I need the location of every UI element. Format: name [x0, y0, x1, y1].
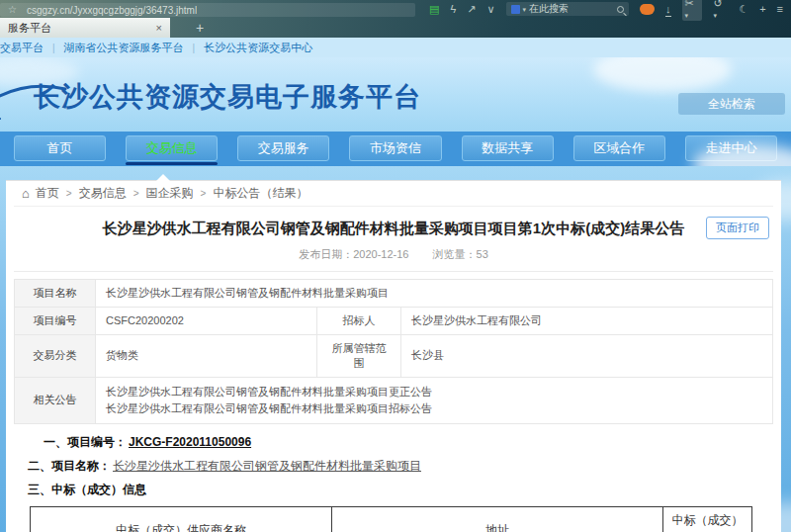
top-link-changsha-center[interactable]: 长沙公共资源交易中心 — [204, 41, 312, 55]
breadcrumb-separator: > — [133, 188, 139, 199]
breadcrumb-separator: > — [201, 188, 207, 199]
breadcrumb-home[interactable]: 首页 — [36, 185, 59, 202]
table-row: 相关公告 长沙星沙供水工程有限公司钢管及钢配件材料批量采购项目更正公告 长沙星沙… — [15, 377, 773, 423]
tenderee-label: 招标人 — [317, 307, 401, 334]
reading-mode-icon[interactable]: ▤ — [429, 4, 439, 15]
url-row: ☆ csggzy.cn/Jyxxgqcgzbggjg/36473.jhtml ▤… — [0, 0, 791, 18]
address-column-header: 地址 — [332, 506, 663, 532]
project-no-label: 项目编号 — [15, 307, 96, 334]
section-label: 一、项目编号： — [44, 435, 127, 449]
nav-tab-label: 交易信息 — [146, 139, 198, 157]
nav-pointer-triangle — [156, 174, 170, 181]
related-announcement-link[interactable]: 长沙星沙供水工程有限公司钢管及钢配件材料批量采购项目更正公告 — [106, 384, 762, 400]
site-title: 长沙公共资源交易电子服务平台 — [34, 79, 421, 115]
chevron-down-icon[interactable]: ∨ — [486, 4, 494, 15]
table-row: 交易分类 货物类 所属管辖范围 长沙县 — [15, 334, 773, 377]
engine-dropdown-icon[interactable]: ▾ — [523, 6, 527, 13]
nav-tab-home[interactable]: 首页 — [14, 135, 106, 161]
menu-icon[interactable]: ≡ — [777, 4, 783, 15]
breadcrumb-separator: > — [66, 188, 72, 199]
site-header: 长沙公共资源交易电子服务平台 全站检索 — [0, 57, 791, 132]
nav-tab-label: 区域合作 — [593, 139, 645, 157]
main-nav: 首页 交易信息 交易服务 市场资信 数据共享 区域合作 走进中心 — [0, 132, 791, 166]
nav-tab-label: 交易服务 — [258, 139, 309, 157]
scissors-dropdown-icon[interactable]: ▾ — [685, 12, 689, 19]
section-label: 二、项目名称： — [28, 459, 111, 473]
breadcrumb-trade-info[interactable]: 交易信息 — [79, 185, 127, 202]
nav-tab-data-sharing[interactable]: 数据共享 — [462, 135, 554, 161]
flash-icon[interactable]: ϟ — [450, 4, 456, 15]
project-name-label: 项目名称 — [15, 279, 96, 307]
related-announcement-link[interactable]: 长沙星沙供水工程有限公司钢管及钢配件材料批量采购项目招标公告 — [106, 400, 762, 417]
supplier-column-header: 中标（成交）供应商名称 — [31, 506, 332, 532]
publish-date: 2020-12-16 — [353, 248, 408, 260]
article-meta: 发布日期：2020-12-16 浏览量：53 — [14, 240, 773, 272]
search-engine-icon[interactable] — [511, 5, 520, 14]
tab-title: 服务平台 — [8, 21, 150, 36]
category-label: 交易分类 — [15, 334, 96, 377]
url-text[interactable]: csggzy.cn/Jyxxgqcgzbggjg/36473.jhtml — [27, 5, 197, 16]
category-value: 货物类 — [96, 334, 317, 377]
nav-tab-label: 数据共享 — [482, 139, 533, 157]
nav-tab-trade-services[interactable]: 交易服务 — [237, 135, 329, 161]
project-name-value: 长沙星沙供水工程有限公司钢管及钢配件材料批量采购项目 — [96, 279, 773, 307]
link-separator: | — [52, 43, 55, 53]
related-announcements: 长沙星沙供水工程有限公司钢管及钢配件材料批量采购项目更正公告 长沙星沙供水工程有… — [96, 377, 773, 423]
section-award-info: 三、中标（成交）信息 — [28, 482, 773, 498]
bookmark-star-icon[interactable]: ☆ — [8, 5, 17, 15]
table-row: 项目编号 CSFC20200202 招标人 长沙星沙供水工程有限公司 — [15, 307, 773, 334]
section-value: JKCG-F202011050096 — [129, 435, 251, 449]
browser-search-box[interactable]: ▾ 在此搜索 — [506, 2, 630, 16]
add-button-icon[interactable]: + — [759, 4, 765, 15]
top-links-bar: 交易平台 | 湖南省公共资源服务平台 | 长沙公共资源交易中心 — [0, 38, 791, 57]
share-icon[interactable]: ↗ — [467, 4, 476, 15]
price-column-header: 中标（成交）价格（元） — [663, 506, 752, 532]
search-icon[interactable] — [617, 6, 624, 13]
breadcrumb-soe-procurement[interactable]: 国企采购 — [146, 185, 194, 202]
article-title: 长沙星沙供水工程有限公司钢管及钢配件材料批量采购项目项目第1次中标(成交)结果公… — [63, 219, 724, 238]
related-label: 相关公告 — [15, 377, 96, 423]
article-header: 长沙星沙供水工程有限公司钢管及钢配件材料批量采购项目项目第1次中标(成交)结果公… — [14, 207, 773, 240]
link-separator: | — [193, 43, 196, 53]
nav-tab-label: 市场资信 — [370, 139, 421, 157]
tab-close-icon[interactable]: × — [156, 22, 162, 34]
nav-tab-trade-info[interactable]: 交易信息 — [126, 135, 218, 161]
top-link-hunan-platform[interactable]: 湖南省公共资源服务平台 — [64, 41, 184, 55]
views-count: 53 — [477, 248, 488, 260]
section-label: 三、中标（成交）信息 — [28, 483, 146, 496]
nav-tab-regional-cooperation[interactable]: 区域合作 — [573, 135, 665, 161]
print-button[interactable]: 页面打印 — [706, 217, 769, 239]
top-link-trade-platform[interactable]: 交易平台 — [0, 41, 44, 55]
breadcrumb: ⌂ 首页 > 交易信息 > 国企采购 > 中标公告（结果） — [14, 181, 773, 207]
nav-tab-market-credit[interactable]: 市场资信 — [349, 135, 441, 161]
game-center-icon[interactable] — [640, 4, 655, 15]
new-tab-button[interactable]: + — [196, 18, 204, 38]
jurisdiction-value: 长沙县 — [401, 334, 773, 377]
screenshot-scissors-icon[interactable]: ✂ ▾ — [682, 0, 703, 21]
award-table-header-row: 中标（成交）供应商名称 地址 中标（成交）价格（元） — [31, 506, 752, 532]
site-search-button[interactable]: 全站检索 — [678, 93, 785, 115]
browser-search-placeholder: 在此搜索 — [529, 2, 614, 16]
section-project-name: 二、项目名称：长沙星沙供水工程有限公司钢管及钢配件材料批量采购项目 — [28, 458, 773, 475]
browser-toolbar: ▤ ϟ ↗ ∨ ▾ 在此搜索 ↓ ✂ ▾ ↺ ▾ ☾ + ≡ — [429, 0, 783, 21]
award-table: 中标（成交）供应商名称 地址 中标（成交）价格（元） 湖南天卓管业有限公司 望城… — [30, 506, 752, 532]
undo-icon[interactable]: ↺ ▾ — [713, 0, 728, 20]
project-no-value: CSFC20200202 — [96, 307, 317, 334]
breadcrumb-award-result: 中标公告（结果） — [213, 185, 308, 202]
undo-dropdown-icon[interactable]: ▾ — [713, 12, 717, 19]
section-project-no: 一、项目编号：JKCG-F202011050096 — [44, 434, 773, 451]
section-value: 长沙星沙供水工程有限公司钢管及钢配件材料批量采购项目 — [113, 459, 421, 473]
nav-tab-label: 首页 — [47, 139, 73, 157]
browser-chrome: ☆ csggzy.cn/Jyxxgqcgzbggjg/36473.jhtml ▤… — [0, 0, 791, 38]
download-icon[interactable]: ↓ — [665, 4, 671, 15]
night-mode-icon[interactable]: ☾ — [739, 4, 748, 15]
publish-date-label: 发布日期： — [299, 248, 353, 260]
tab-bar: 服务平台 × + — [0, 18, 791, 38]
project-info-table: 项目名称 长沙星沙供水工程有限公司钢管及钢配件材料批量采购项目 项目编号 CSF… — [14, 279, 773, 424]
page-background: ⌂ 首页 > 交易信息 > 国企采购 > 中标公告（结果） 长沙星沙供水工程有限… — [0, 166, 791, 532]
jurisdiction-label: 所属管辖范围 — [317, 334, 401, 377]
browser-window: ☆ csggzy.cn/Jyxxgqcgzbggjg/36473.jhtml ▤… — [0, 0, 791, 532]
address-bar[interactable]: ☆ csggzy.cn/Jyxxgqcgzbggjg/36473.jhtml — [0, 3, 415, 17]
home-icon[interactable]: ⌂ — [22, 186, 30, 201]
browser-tab[interactable]: 服务平台 × — [0, 18, 170, 38]
